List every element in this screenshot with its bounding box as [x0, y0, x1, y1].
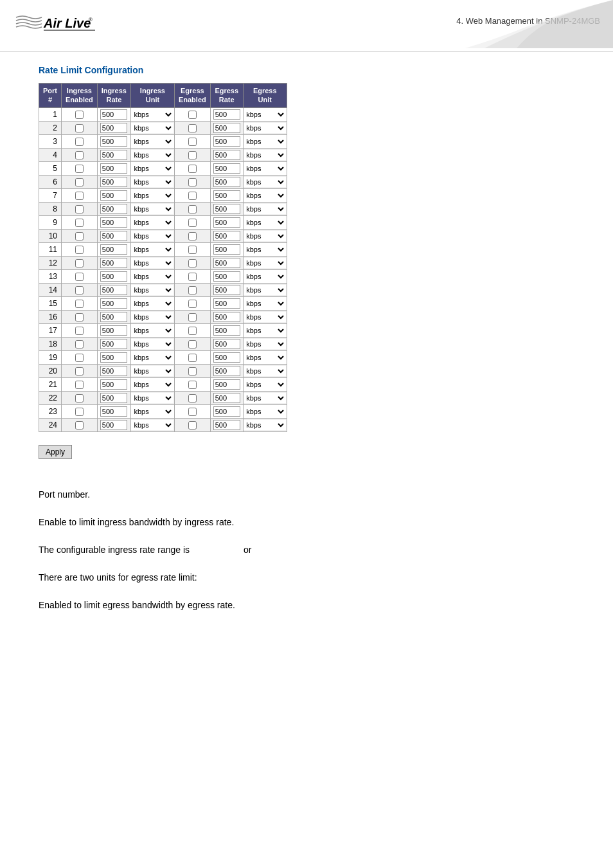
egress-enabled-checkbox-14[interactable]	[188, 286, 197, 294]
egress-enabled-15[interactable]	[174, 296, 210, 310]
egress-enabled-checkbox-23[interactable]	[188, 408, 197, 416]
egress-enabled-checkbox-17[interactable]	[188, 327, 197, 335]
ingress-rate-input-1[interactable]	[100, 109, 127, 120]
ingress-enabled-8[interactable]	[62, 202, 98, 215]
ingress-rate-17[interactable]	[97, 323, 130, 337]
egress-rate-11[interactable]	[210, 242, 243, 256]
egress-rate-input-22[interactable]	[213, 393, 240, 403]
egress-rate-13[interactable]	[210, 269, 243, 283]
ingress-rate-10[interactable]	[97, 229, 130, 242]
egress-unit-select-24[interactable]: kbpsMbps	[244, 420, 286, 430]
egress-rate-5[interactable]	[210, 161, 243, 175]
egress-enabled-checkbox-10[interactable]	[188, 232, 197, 240]
ingress-unit-select-4[interactable]: kbpsMbps	[131, 150, 173, 160]
ingress-unit-select-11[interactable]: kbpsMbps	[131, 244, 173, 255]
egress-unit-select-18[interactable]: kbpsMbps	[244, 339, 286, 349]
egress-unit-select-8[interactable]: kbpsMbps	[244, 204, 286, 214]
ingress-enabled-3[interactable]	[62, 134, 98, 148]
ingress-rate-input-20[interactable]	[100, 366, 127, 376]
ingress-unit-select-2[interactable]: kbpsMbps	[131, 123, 173, 133]
ingress-unit-select-10[interactable]: kbpsMbps	[131, 231, 173, 241]
egress-unit-select-14[interactable]: kbpsMbps	[244, 285, 286, 295]
egress-rate-20[interactable]	[210, 364, 243, 377]
ingress-rate-input-23[interactable]	[100, 406, 127, 417]
ingress-unit-16[interactable]: kbpsMbps	[130, 310, 174, 323]
ingress-unit-17[interactable]: kbpsMbps	[130, 323, 174, 337]
ingress-unit-select-3[interactable]: kbpsMbps	[131, 136, 173, 147]
ingress-rate-input-10[interactable]	[100, 231, 127, 241]
ingress-rate-13[interactable]	[97, 269, 130, 283]
ingress-enabled-24[interactable]	[62, 418, 98, 431]
ingress-rate-input-6[interactable]	[100, 177, 127, 187]
ingress-enabled-checkbox-22[interactable]	[75, 394, 84, 402]
egress-enabled-21[interactable]	[174, 377, 210, 391]
egress-rate-4[interactable]	[210, 148, 243, 161]
ingress-unit-15[interactable]: kbpsMbps	[130, 296, 174, 310]
egress-rate-input-6[interactable]	[213, 177, 240, 187]
egress-unit-select-7[interactable]: kbpsMbps	[244, 190, 286, 201]
ingress-rate-4[interactable]	[97, 148, 130, 161]
ingress-enabled-checkbox-10[interactable]	[75, 232, 84, 240]
egress-rate-input-2[interactable]	[213, 123, 240, 133]
ingress-rate-input-16[interactable]	[100, 312, 127, 322]
egress-rate-9[interactable]	[210, 215, 243, 229]
ingress-rate-input-24[interactable]	[100, 420, 127, 430]
ingress-rate-9[interactable]	[97, 215, 130, 229]
egress-rate-6[interactable]	[210, 175, 243, 188]
egress-unit-select-2[interactable]: kbpsMbps	[244, 123, 286, 133]
egress-rate-input-24[interactable]	[213, 420, 240, 430]
egress-enabled-checkbox-3[interactable]	[188, 138, 197, 146]
egress-unit-select-17[interactable]: kbpsMbps	[244, 325, 286, 336]
egress-unit-10[interactable]: kbpsMbps	[243, 229, 287, 242]
egress-rate-19[interactable]	[210, 350, 243, 364]
egress-enabled-1[interactable]	[174, 107, 210, 121]
ingress-rate-input-3[interactable]	[100, 136, 127, 147]
ingress-enabled-10[interactable]	[62, 229, 98, 242]
ingress-enabled-6[interactable]	[62, 175, 98, 188]
egress-unit-select-20[interactable]: kbpsMbps	[244, 366, 286, 376]
ingress-unit-select-6[interactable]: kbpsMbps	[131, 177, 173, 187]
egress-rate-input-20[interactable]	[213, 366, 240, 376]
egress-enabled-checkbox-7[interactable]	[188, 192, 197, 200]
egress-unit-7[interactable]: kbpsMbps	[243, 188, 287, 202]
egress-enabled-checkbox-5[interactable]	[188, 165, 197, 173]
ingress-enabled-2[interactable]	[62, 121, 98, 134]
egress-enabled-checkbox-2[interactable]	[188, 124, 197, 132]
ingress-unit-select-5[interactable]: kbpsMbps	[131, 163, 173, 174]
ingress-rate-16[interactable]	[97, 310, 130, 323]
ingress-rate-24[interactable]	[97, 418, 130, 431]
ingress-enabled-12[interactable]	[62, 256, 98, 269]
egress-unit-18[interactable]: kbpsMbps	[243, 337, 287, 350]
ingress-unit-select-19[interactable]: kbpsMbps	[131, 352, 173, 363]
ingress-unit-22[interactable]: kbpsMbps	[130, 391, 174, 404]
ingress-enabled-checkbox-21[interactable]	[75, 381, 84, 389]
egress-enabled-checkbox-1[interactable]	[188, 111, 197, 119]
ingress-unit-21[interactable]: kbpsMbps	[130, 377, 174, 391]
ingress-unit-select-1[interactable]: kbpsMbps	[131, 109, 173, 120]
ingress-unit-select-18[interactable]: kbpsMbps	[131, 339, 173, 349]
egress-enabled-16[interactable]	[174, 310, 210, 323]
ingress-unit-23[interactable]: kbpsMbps	[130, 404, 174, 418]
ingress-enabled-21[interactable]	[62, 377, 98, 391]
egress-unit-12[interactable]: kbpsMbps	[243, 256, 287, 269]
egress-rate-18[interactable]	[210, 337, 243, 350]
egress-unit-8[interactable]: kbpsMbps	[243, 202, 287, 215]
egress-rate-input-14[interactable]	[213, 285, 240, 295]
ingress-enabled-checkbox-5[interactable]	[75, 165, 84, 173]
egress-unit-1[interactable]: kbpsMbps	[243, 107, 287, 121]
egress-rate-23[interactable]	[210, 404, 243, 418]
egress-rate-input-21[interactable]	[213, 379, 240, 390]
egress-rate-10[interactable]	[210, 229, 243, 242]
ingress-enabled-1[interactable]	[62, 107, 98, 121]
ingress-enabled-19[interactable]	[62, 350, 98, 364]
ingress-unit-select-15[interactable]: kbpsMbps	[131, 298, 173, 309]
ingress-unit-8[interactable]: kbpsMbps	[130, 202, 174, 215]
egress-unit-select-3[interactable]: kbpsMbps	[244, 136, 286, 147]
ingress-unit-select-17[interactable]: kbpsMbps	[131, 325, 173, 336]
ingress-unit-14[interactable]: kbpsMbps	[130, 283, 174, 296]
egress-enabled-checkbox-6[interactable]	[188, 178, 197, 186]
egress-enabled-9[interactable]	[174, 215, 210, 229]
egress-unit-3[interactable]: kbpsMbps	[243, 134, 287, 148]
egress-unit-select-11[interactable]: kbpsMbps	[244, 244, 286, 255]
egress-unit-4[interactable]: kbpsMbps	[243, 148, 287, 161]
